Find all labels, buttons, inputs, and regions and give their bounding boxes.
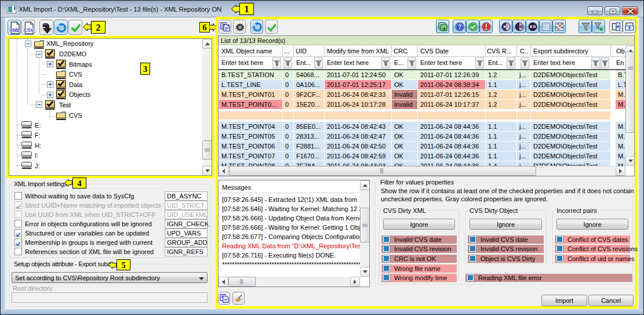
svg-text:XML: XML	[10, 27, 20, 33]
svg-text:CSV: CSV	[24, 27, 34, 33]
svg-text:?: ?	[458, 24, 461, 30]
